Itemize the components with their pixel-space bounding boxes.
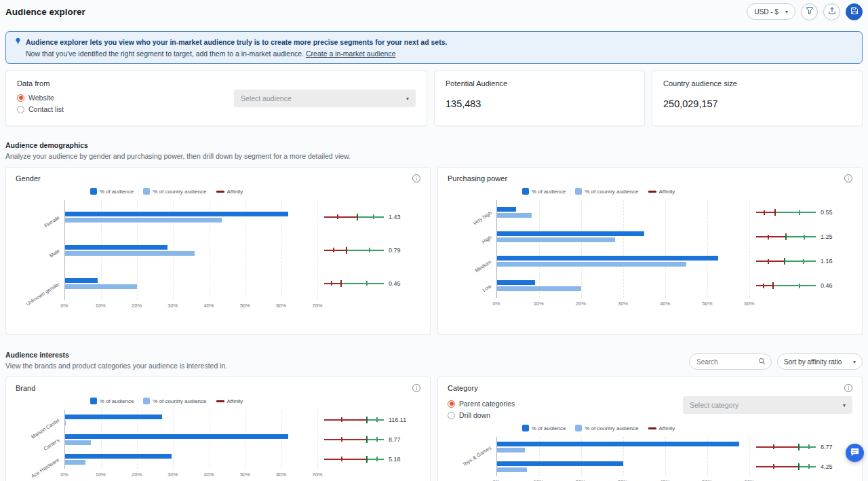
bar-group: Ace Hardware <box>65 449 317 469</box>
country-audience-title: Country audience size <box>663 79 851 88</box>
affinity-swatch <box>216 400 224 402</box>
gridline <box>317 410 318 469</box>
gridline <box>749 200 750 298</box>
audience-select[interactable]: Select audience ▾ <box>234 90 416 107</box>
affinity-row: 1.43 <box>324 200 420 233</box>
info-icon[interactable]: i <box>412 384 420 392</box>
currency-label: USD - $ <box>754 8 778 16</box>
plot-area: Very highHighMediumLow <box>496 200 749 298</box>
affinity-value: 1.25 <box>821 233 833 240</box>
radio-parent-categories[interactable]: Parent categories <box>448 400 515 408</box>
info-icon[interactable]: i <box>412 174 420 182</box>
create-audience-link[interactable]: Create a in-market audience <box>306 50 396 58</box>
sort-dropdown[interactable]: Sort by affinity ratio ▾ <box>777 353 863 370</box>
category-label: High <box>481 234 493 245</box>
filter-button[interactable] <box>801 3 818 20</box>
affinity-marker <box>346 247 347 254</box>
bar-group: High <box>497 225 749 249</box>
plot-column: % of audience% of country audienceAffini… <box>16 185 317 311</box>
interests-search <box>689 353 772 370</box>
affinity-row: 4.25 <box>756 457 852 476</box>
affinity-row: 8.77 <box>756 437 852 457</box>
affinity-row: 1.16 <box>756 249 852 273</box>
affinity-indicator <box>756 208 816 216</box>
plot-area: Toys & Games <box>496 437 749 476</box>
affinity-marker <box>366 436 368 443</box>
affinity-indicator <box>324 246 384 254</box>
chart-body: % of audience% of country audienceAffini… <box>448 185 852 309</box>
legend-label: % of country audience <box>585 425 638 431</box>
bar-pct-country <box>65 460 85 465</box>
gridline <box>317 200 318 300</box>
affinity-swatch <box>648 191 656 193</box>
radio-contact-list-label: Contact list <box>28 105 64 113</box>
affinity-marker <box>366 417 368 423</box>
bar-pct-audience <box>497 461 623 466</box>
country-swatch <box>575 425 582 431</box>
chat-fab-button[interactable] <box>846 444 864 462</box>
category-select-placeholder: Select category <box>690 401 738 409</box>
radio-parent-categories-label: Parent categories <box>459 400 515 408</box>
interests-charts: Brand i % of audience% of country audien… <box>5 377 863 481</box>
radio-website[interactable]: Website <box>17 94 64 102</box>
legend-item: % of country audience <box>143 188 206 195</box>
export-button[interactable] <box>823 3 840 20</box>
affinity-swatch <box>216 191 224 193</box>
purchasing-power-card-head: Purchasing power i <box>448 174 852 182</box>
bar-group: Medium <box>497 249 749 273</box>
radio-contact-list[interactable]: Contact list <box>17 105 64 113</box>
category-label: Very high <box>471 210 492 227</box>
legend-item: Affinity <box>648 425 675 431</box>
search-input[interactable] <box>695 358 752 366</box>
affinity-marker <box>366 456 368 463</box>
affinity-indicator <box>756 443 816 451</box>
purchasing-power-chart-title: Purchasing power <box>448 174 507 182</box>
affinity-column: 0.551.251.160.46 <box>756 185 852 309</box>
country-audience-value: 250,029,157 <box>663 98 851 109</box>
radio-dot <box>17 94 24 102</box>
brand-chart-card: Brand i % of audience% of country audien… <box>5 377 431 481</box>
country-swatch <box>143 398 150 404</box>
gender-chart-title: Gender <box>16 174 41 182</box>
info-icon[interactable]: i <box>844 174 852 182</box>
affinity-row: 8.77 <box>324 429 420 449</box>
data-from-title: Data from <box>17 79 64 88</box>
category-select[interactable]: Select category ▾ <box>683 396 852 414</box>
x-tick-label: 20% <box>132 303 142 309</box>
x-tick-label: 20% <box>576 301 586 307</box>
info-icon[interactable]: i <box>844 384 852 392</box>
gender-chart: % of audience% of country audienceAffini… <box>16 185 420 311</box>
affinity-value: 0.55 <box>821 209 833 216</box>
radio-dot <box>448 412 455 419</box>
x-tick-label: 0% <box>493 301 500 307</box>
save-button[interactable] <box>846 3 863 20</box>
potential-audience-title: Potential Audience <box>446 79 633 88</box>
affinity-indicator <box>324 416 384 424</box>
bar-group: Maison Castel <box>65 410 317 429</box>
demographics-title: Audience demographics <box>5 141 863 149</box>
bar-pct-audience <box>497 207 516 212</box>
bar-pct-audience <box>65 278 98 283</box>
category-chart-card: Category i Parent categories Drill down … <box>437 377 863 481</box>
currency-selector[interactable]: USD - $ ▾ <box>747 3 795 20</box>
chart-body: % of audience% of country audienceAffini… <box>16 395 420 480</box>
bar-pct-country <box>65 440 91 445</box>
affinity-value: 0.79 <box>389 247 401 254</box>
country-audience-card: Country audience size 250,029,157 <box>652 71 863 126</box>
potential-audience-card: Potential Audience 135,483 <box>434 71 645 126</box>
legend-item: Affinity <box>216 189 243 195</box>
chart-legend: % of audience% of country audienceAffini… <box>16 187 317 196</box>
affinity-marker <box>798 463 800 470</box>
chart-legend: % of audience% of country audienceAffini… <box>448 187 749 196</box>
legend-label: % of country audience <box>585 189 638 195</box>
radio-drill-down[interactable]: Drill down <box>448 411 515 419</box>
country-swatch <box>575 188 582 195</box>
bar-pct-country <box>65 421 66 425</box>
banner-subtext: Now that you've identified the right seg… <box>14 50 854 58</box>
interests-section-head: Audience interests View the brands and p… <box>5 351 863 370</box>
audience-swatch <box>522 188 529 195</box>
category-radio-group: Parent categories Drill down <box>448 396 515 419</box>
bar-pct-audience <box>65 415 162 419</box>
affinity-value: 8.77 <box>821 444 833 450</box>
bar-pct-audience <box>65 434 288 439</box>
